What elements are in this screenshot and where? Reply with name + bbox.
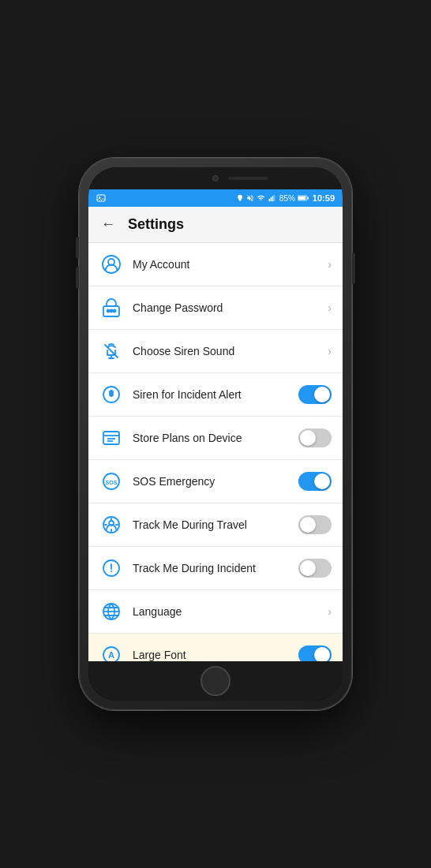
account-icon: [99, 253, 123, 276]
status-right-icons: 85% 10:59: [236, 193, 335, 203]
svg-text:SOS: SOS: [106, 480, 118, 485]
wifi-status-icon: [257, 194, 265, 202]
phone-bottom-bar: [88, 661, 343, 701]
home-button[interactable]: [201, 666, 230, 696]
toggle-siren-incident[interactable]: [298, 385, 332, 404]
toggle-knob: [300, 430, 316, 446]
svg-rect-4: [272, 196, 273, 202]
toggle-knob: [314, 473, 330, 489]
change-password-action: ›: [328, 301, 332, 314]
settings-item-store-plans[interactable]: Store Plans on Device: [88, 417, 343, 460]
travel-icon: [99, 513, 123, 537]
settings-item-sos[interactable]: SOS SOS Emergency: [88, 460, 343, 503]
toggle-knob: [300, 517, 316, 533]
battery-icon: [298, 194, 309, 202]
svg-point-13: [111, 310, 113, 312]
my-account-action: ›: [328, 258, 332, 271]
toggle-store-plans[interactable]: [298, 428, 332, 447]
siren-sound-action: ›: [328, 345, 332, 357]
chevron-icon: ›: [328, 258, 332, 271]
volume-down-button[interactable]: [76, 267, 79, 289]
large-font-toggle[interactable]: [298, 645, 332, 661]
track-travel-label: Track Me During Travel: [133, 518, 298, 531]
language-icon: [99, 600, 123, 623]
store-plans-toggle[interactable]: [298, 428, 332, 447]
settings-item-siren-incident[interactable]: Siren for Incident Alert: [88, 373, 343, 417]
svg-text:A: A: [108, 650, 114, 660]
camera-dot: [212, 175, 219, 181]
toggle-track-incident[interactable]: [298, 559, 332, 578]
chevron-icon: ›: [328, 345, 332, 357]
toggle-knob: [300, 560, 316, 576]
page-title: Settings: [128, 216, 184, 233]
signal-status-icon: [268, 194, 277, 202]
settings-item-track-travel[interactable]: Track Me During Travel: [88, 503, 343, 547]
volume-up-button[interactable]: [76, 237, 79, 259]
language-label: Language: [133, 605, 328, 618]
font-icon: A: [99, 643, 123, 661]
settings-item-large-font[interactable]: A Large Font: [88, 634, 343, 661]
settings-header: ← Settings: [88, 207, 343, 243]
settings-list: My Account ›: [88, 243, 343, 661]
svg-point-12: [107, 310, 110, 312]
toggle-track-travel[interactable]: [298, 515, 332, 534]
store-icon: [99, 426, 123, 450]
password-icon: [99, 296, 123, 320]
svg-rect-3: [270, 197, 272, 201]
change-password-label: Change Password: [133, 301, 328, 314]
settings-item-track-incident[interactable]: Track Me During Incident: [88, 547, 343, 590]
svg-point-29: [111, 571, 112, 572]
toggle-sos[interactable]: [298, 472, 332, 491]
sos-label: SOS Emergency: [133, 475, 298, 488]
status-bar: 85% 10:59: [88, 189, 343, 207]
store-plans-label: Store Plans on Device: [133, 432, 298, 444]
svg-rect-19: [103, 432, 119, 444]
toggle-knob: [314, 647, 330, 661]
siren-incident-toggle[interactable]: [298, 385, 332, 404]
chevron-icon: ›: [328, 605, 332, 618]
track-incident-toggle[interactable]: [298, 559, 332, 578]
siren-sound-label: Choose Siren Sound: [133, 345, 328, 357]
phone-notch: [88, 167, 343, 189]
location-status-icon: [236, 194, 244, 202]
svg-rect-0: [97, 195, 105, 201]
track-travel-toggle[interactable]: [298, 515, 332, 534]
alert-icon: [99, 383, 123, 406]
settings-item-change-password[interactable]: Change Password ›: [88, 286, 343, 330]
siren-incident-label: Siren for Incident Alert: [133, 388, 298, 401]
speaker-slot: [228, 177, 268, 180]
settings-item-my-account[interactable]: My Account ›: [88, 243, 343, 286]
siren-icon: [99, 339, 123, 363]
toggle-knob: [314, 387, 330, 402]
sos-toggle[interactable]: [298, 472, 332, 491]
status-left-icons: [96, 193, 106, 203]
svg-rect-7: [298, 196, 306, 200]
sos-icon: SOS: [99, 470, 123, 493]
svg-rect-8: [307, 197, 309, 200]
power-button[interactable]: [352, 253, 355, 284]
language-action: ›: [328, 605, 332, 618]
app-content: ← Settings My Account ›: [88, 207, 343, 661]
settings-item-siren-sound[interactable]: Choose Siren Sound ›: [88, 330, 343, 373]
track-incident-label: Track Me During Incident: [133, 562, 298, 574]
incident-icon: [99, 556, 123, 580]
svg-point-14: [114, 310, 116, 312]
image-status-icon: [96, 193, 106, 203]
mute-status-icon: [246, 194, 254, 202]
chevron-icon: ›: [328, 301, 332, 314]
back-button[interactable]: ←: [101, 216, 115, 233]
svg-rect-5: [274, 195, 275, 201]
status-time: 10:59: [313, 193, 335, 203]
toggle-large-font[interactable]: [298, 645, 332, 661]
large-font-label: Large Font: [133, 649, 298, 661]
phone-screen: 85% 10:59 ← Settings: [88, 167, 343, 701]
settings-item-language[interactable]: Language ›: [88, 590, 343, 634]
battery-percent: 85%: [279, 194, 295, 203]
phone-frame: 85% 10:59 ← Settings: [79, 158, 352, 710]
svg-rect-2: [268, 199, 270, 201]
my-account-label: My Account: [133, 258, 328, 271]
